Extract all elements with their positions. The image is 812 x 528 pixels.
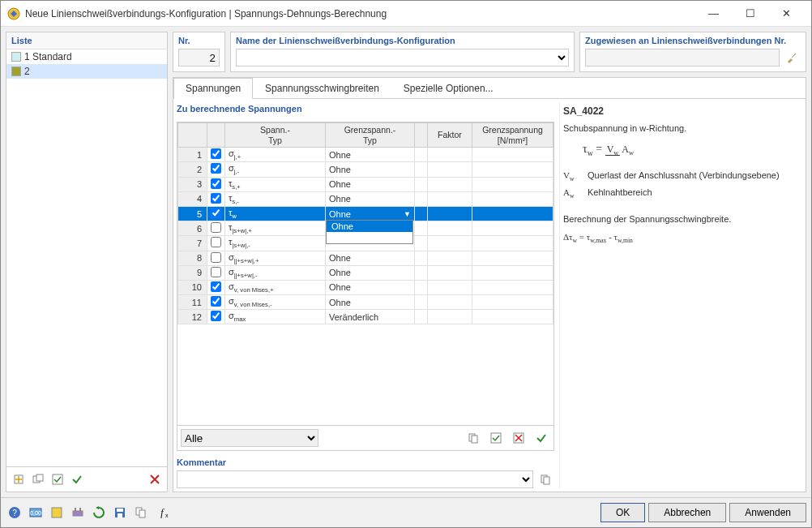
table-row[interactable]: 12σmaxVeränderlich (178, 310, 553, 324)
tab[interactable]: Spannungen (173, 78, 253, 99)
table-row[interactable]: 5τwOhne▼OhneBenutzer (178, 206, 553, 221)
help-panel: SA_4022 Schubspannung in w-Richtung. τw … (559, 102, 802, 488)
stress-symbol: τ|s+w|,- (225, 236, 326, 251)
stress-table[interactable]: Spann.-Typ Grenzspann.-Typ Faktor Grenzs… (177, 122, 553, 324)
color-icon[interactable] (48, 504, 66, 522)
col-check (207, 123, 225, 148)
app-icon (7, 7, 20, 20)
row-checkbox[interactable] (211, 222, 221, 233)
col-factor: Faktor (428, 123, 472, 148)
stress-symbol: τs,- (225, 191, 326, 206)
nr-input[interactable] (178, 49, 220, 67)
check-all-icon[interactable] (49, 470, 66, 488)
limit-type-cell[interactable]: Ohne (326, 295, 415, 310)
new-icon[interactable] (10, 470, 28, 488)
config-list[interactable]: 1 Standard2 (6, 49, 167, 466)
row-number: 5 (178, 206, 207, 221)
minimize-button[interactable]: — (695, 2, 732, 26)
table-row[interactable]: 8σ|j+s+w|,+Ohne (178, 251, 553, 265)
table-row[interactable]: 2σj,-Ohne (178, 162, 553, 177)
row-number: 4 (178, 191, 207, 206)
export-icon[interactable] (132, 504, 150, 522)
name-select[interactable] (236, 49, 569, 67)
save-icon[interactable] (111, 504, 129, 522)
close-button[interactable]: ✕ (768, 2, 805, 26)
comment-copy-icon[interactable] (536, 470, 554, 488)
limit-type-cell[interactable]: Veränderlich (326, 310, 415, 324)
svg-rect-15 (52, 508, 62, 517)
col-rownum (178, 123, 207, 148)
help-calc-title: Berechnung der Spannungsschwingbreite. (563, 214, 799, 224)
row-checkbox[interactable] (211, 311, 221, 321)
stress-symbol: τs,+ (225, 177, 326, 191)
refresh-icon[interactable] (90, 504, 108, 522)
svg-rect-20 (117, 509, 123, 512)
row-checkbox[interactable] (211, 178, 221, 189)
stress-symbol: σj,+ (225, 148, 326, 162)
nr-label: Nr. (178, 36, 220, 45)
tab[interactable]: Spannungsschwingbreiten (253, 78, 391, 98)
validate-icon[interactable] (532, 429, 550, 447)
check-icon[interactable] (68, 470, 86, 488)
table-row[interactable]: 9σ|j+s+w|,-Ohne (178, 265, 553, 280)
limit-type-cell[interactable]: Ohne (326, 265, 415, 280)
limit-type-cell[interactable]: Ohne (326, 162, 415, 177)
table-row[interactable]: 1σj,+Ohne (178, 148, 553, 162)
row-checkbox[interactable] (211, 281, 221, 292)
row-checkbox[interactable] (211, 163, 221, 174)
checkall-icon[interactable] (487, 429, 505, 447)
row-checkbox[interactable] (211, 296, 221, 307)
svg-rect-4 (53, 474, 62, 484)
dropdown-option[interactable]: Ohne (327, 221, 412, 232)
row-number: 11 (178, 295, 207, 310)
table-row[interactable]: 11σv, von Mises,-Ohne (178, 295, 553, 310)
function-icon[interactable]: fx (153, 504, 171, 522)
settings-icon[interactable] (69, 504, 87, 522)
color-swatch (11, 52, 21, 62)
row-checkbox[interactable] (211, 237, 221, 247)
limit-type-cell[interactable]: Ohne (326, 177, 415, 191)
row-number: 8 (178, 251, 207, 265)
stress-symbol: σv, von Mises,+ (225, 280, 326, 294)
dialog-footer: ? 0,00 fx OK Abbrechen Anwenden (1, 497, 811, 527)
ok-button[interactable]: OK (600, 503, 645, 522)
stress-symbol: τ|s+w|,+ (225, 221, 326, 236)
row-number: 6 (178, 221, 207, 236)
remove-row-icon[interactable] (510, 429, 528, 447)
limit-type-cell[interactable]: Ohne (326, 148, 415, 162)
svg-text:x: x (165, 513, 169, 518)
limit-type-cell[interactable]: Ohne (326, 191, 415, 206)
delete-icon[interactable] (146, 470, 164, 488)
list-item[interactable]: 1 Standard (6, 49, 167, 64)
assigned-input[interactable] (585, 49, 780, 67)
svg-rect-18 (79, 508, 81, 511)
apply-button[interactable]: Anwenden (729, 503, 806, 522)
row-checkbox[interactable] (211, 208, 221, 218)
svg-text:f: f (160, 507, 165, 518)
table-row[interactable]: 10σv, von Mises,+Ohne (178, 280, 553, 294)
maximize-button[interactable]: ☐ (732, 2, 768, 26)
row-checkbox[interactable] (211, 252, 221, 263)
filter-select[interactable]: Alle (181, 429, 318, 447)
copy-icon[interactable] (464, 429, 482, 447)
row-checkbox[interactable] (211, 148, 221, 159)
tab[interactable]: Spezielle Optionen... (391, 78, 506, 98)
limit-type-cell[interactable]: Ohne (326, 280, 415, 294)
limit-type-cell[interactable]: Ohne▼OhneBenutzer (326, 206, 415, 221)
window-title: Neue Linienschweißverbindungs-Konfigurat… (25, 8, 695, 19)
row-number: 12 (178, 310, 207, 324)
comment-select[interactable] (177, 470, 533, 488)
units-icon[interactable]: 0,00 (27, 504, 45, 522)
table-row[interactable]: 3τs,+Ohne (178, 177, 553, 191)
duplicate-icon[interactable] (29, 470, 47, 488)
row-checkbox[interactable] (211, 267, 221, 277)
row-checkbox[interactable] (211, 193, 221, 204)
list-item[interactable]: 2 (6, 64, 167, 79)
limit-type-cell[interactable]: Ohne (326, 251, 415, 265)
help-desc: Schubspannung in w-Richtung. (563, 123, 799, 133)
cancel-button[interactable]: Abbrechen (648, 503, 726, 522)
pick-icon[interactable] (783, 49, 801, 67)
table-row[interactable]: 4τs,-Ohne (178, 191, 553, 206)
help-icon[interactable]: ? (6, 504, 24, 522)
dropdown-option[interactable]: Benutzer (327, 232, 412, 243)
